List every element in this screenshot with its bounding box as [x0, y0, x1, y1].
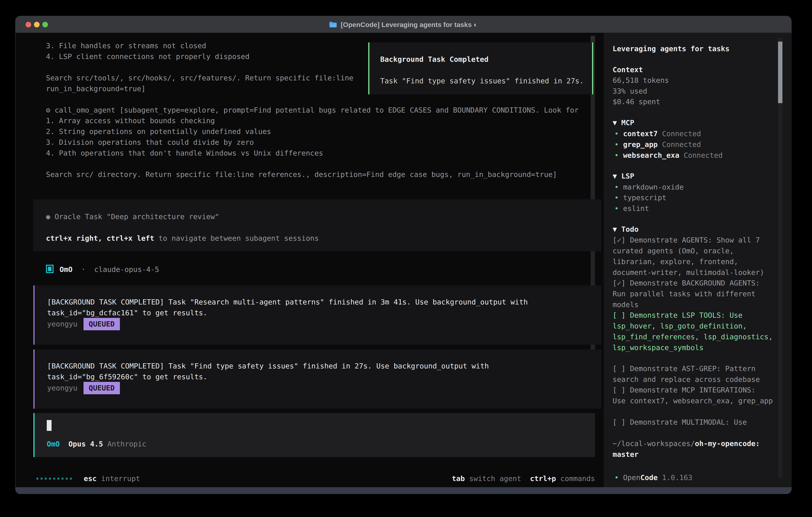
lsp-name: markdown-oxide	[623, 183, 684, 191]
sidebar-scrollbar-thumb[interactable]	[778, 42, 782, 103]
lsp-name: typescript	[623, 193, 666, 202]
mcp-name: grep_app	[623, 140, 658, 148]
mcp-name: context7	[623, 130, 658, 138]
status-dot-icon: •	[614, 140, 619, 148]
task-message-line2: task_id="bg_6f59260c" to get results.	[47, 372, 207, 382]
todo-item: [ ] Demonstrate AST-GREP: Pattern search…	[613, 363, 782, 385]
mcp-heading-label: MCP	[621, 118, 634, 127]
chevron-down-icon: ▼	[613, 225, 617, 233]
log-line: 2. String operations on potentially unde…	[46, 126, 271, 137]
todo-item: [✓] Demonstrate AGENTS: Show all 7 curat…	[613, 235, 782, 278]
background-task-notification: Background Task Completed Task "Find typ…	[368, 43, 593, 94]
cmd-key-hint: ctrl+p	[530, 473, 556, 484]
subagent-nav-hint: ctrl+x right, ctrl+x left to navigate be…	[46, 233, 319, 244]
context-spent: $0.46 spent	[613, 97, 660, 107]
title-bar[interactable]: [OpenCode] Leveraging agents for tasks ◐	[16, 16, 791, 33]
log-line: 4. Path operations that don't handle Win…	[46, 148, 323, 159]
oracle-task-box: ◉ Oracle Task "Deep architecture review"…	[33, 199, 601, 251]
app-name: Code	[640, 473, 658, 482]
agent-name: OmO	[60, 265, 72, 273]
status-bar-right: tab switch agent ctrl+p commands	[395, 473, 595, 484]
status-badge: QUEUED	[84, 318, 120, 330]
input-provider: Anthropic	[107, 440, 146, 448]
window-bottom-frame	[15, 487, 792, 494]
log-line: 1. Array access without bounds checking	[46, 115, 215, 126]
log-line: 3. Division operations that could divide…	[46, 137, 254, 148]
todo-item: [ ] Demonstrate MULTIMODAL: Use	[613, 417, 782, 428]
task-user: yeongyu	[47, 319, 78, 329]
tool-call-text: call_omo_agent [subagent_type=explore, p…	[55, 106, 579, 114]
sidebar-scrollbar-track[interactable]	[778, 38, 782, 478]
log-line: run_in_background=true]	[46, 83, 146, 94]
tool-call-line: ⚙ call_omo_agent [subagent_type=explore,…	[46, 105, 579, 115]
folder-icon	[329, 21, 337, 28]
main-scrollbar-thumb-top[interactable]	[590, 36, 595, 42]
version-line: • OpenCode 1.0.163	[614, 472, 692, 483]
agent-header: OmO · claude-opus-4-5	[46, 264, 159, 275]
lsp-item: • typescript	[614, 192, 666, 203]
status-bar-left: esc interrupt	[36, 473, 140, 484]
app-version: 1.0.163	[662, 473, 692, 482]
hint-text: to navigate between subagent sessions	[154, 234, 319, 242]
input-agent-name[interactable]: OmO	[47, 440, 60, 448]
lsp-item: • markdown-oxide	[614, 182, 684, 193]
oracle-task-title: Oracle Task "Deep architecture review"	[55, 213, 219, 221]
input-agent-line: OmO Opus 4.5 Anthropic	[47, 439, 146, 450]
status-dot-icon: •	[614, 130, 619, 138]
task-message-meta: yeongyu QUEUED	[47, 381, 120, 394]
todo-item-active: [ ] Demonstrate LSP TOOLS: Use lsp_hover…	[613, 310, 782, 353]
input-model[interactable]: Opus 4.5	[68, 440, 103, 448]
lsp-section-heading[interactable]: ▼ LSP	[613, 171, 634, 182]
app-name-prefix: Open	[623, 473, 640, 482]
esc-key-hint: esc	[84, 473, 97, 484]
todo-heading-label: Todo	[621, 225, 639, 233]
todo-section-heading[interactable]: ▼ Todo	[613, 224, 639, 235]
mcp-section-heading[interactable]: ▼ MCP	[613, 117, 634, 128]
tab-key-label: switch agent	[469, 473, 521, 484]
text-cursor	[47, 420, 52, 431]
prompt-input[interactable]: OmO Opus 4.5 Anthropic	[33, 413, 595, 457]
mcp-item: • context7 Connected	[614, 128, 701, 139]
sidebar: Leveraging agents for tasks Context 66,5…	[604, 33, 792, 487]
mcp-name: websearch_exa	[623, 151, 679, 159]
notification-title: Background Task Completed	[380, 54, 592, 65]
mcp-status: Connected	[684, 151, 723, 159]
workspace-prefix: ~/local-workspaces/	[613, 439, 695, 447]
mcp-item: • websearch_exa Connected	[614, 150, 723, 161]
status-dot-icon: •	[614, 193, 619, 202]
log-line: Search src/ directory. Return specific f…	[46, 169, 557, 180]
task-user: yeongyu	[47, 383, 78, 393]
agent-model: claude-opus-4-5	[94, 265, 159, 273]
terminal-window: [OpenCode] Leveraging agents for tasks ◐…	[15, 16, 792, 494]
context-tokens: 66,518 tokens	[613, 75, 669, 86]
chevron-down-icon: ▼	[613, 118, 617, 127]
hint-keys: ctrl+x right, ctrl+x left	[46, 234, 154, 242]
task-message: [BACKGROUND TASK COMPLETED] Task "Resear…	[33, 285, 601, 345]
context-heading: Context	[613, 64, 643, 75]
tab-key-hint: tab	[452, 473, 465, 484]
status-dot-icon: •	[614, 473, 619, 482]
task-message-line1: [BACKGROUND TASK COMPLETED] Task "Resear…	[47, 297, 528, 307]
task-message-line2: task_id="bg_dcfac161" to get results.	[47, 307, 207, 318]
todo-item: [ ] Demonstrate MCP INTEGRATIONS: Use co…	[613, 385, 782, 406]
notification-body: Task "Find type safety issues" finished …	[380, 76, 592, 86]
log-line: 3. File handles or streams not closed	[46, 40, 206, 51]
mcp-status: Connected	[662, 130, 701, 138]
workspace-branch: master	[613, 449, 639, 460]
log-line: Search src/tools/, src/hooks/, src/featu…	[46, 73, 353, 83]
status-dot-icon: •	[614, 183, 619, 191]
lsp-heading-label: LSP	[621, 172, 634, 180]
mcp-item: • grep_app Connected	[614, 139, 701, 150]
log-line: 4. LSP client connections not properly d…	[46, 51, 250, 62]
task-message: [BACKGROUND TASK COMPLETED] Task "Find t…	[33, 350, 601, 409]
cmd-key-label: commands	[560, 473, 595, 484]
lsp-item: • eslint	[614, 203, 649, 214]
status-badge: QUEUED	[84, 382, 120, 394]
oracle-task-title-line: ◉ Oracle Task "Deep architecture review"	[46, 211, 219, 222]
todo-item: [✓] Demonstrate BACKGROUND AGENTS: Run p…	[613, 278, 782, 310]
task-message-line1: [BACKGROUND TASK COMPLETED] Task "Find t…	[47, 361, 489, 372]
window-title: [OpenCode] Leveraging agents for tasks ◐	[341, 21, 478, 29]
workspace-repo: oh-my-opencode:	[695, 439, 760, 447]
gear-icon: ⚙	[46, 106, 50, 114]
status-dot-icon: •	[614, 204, 619, 213]
